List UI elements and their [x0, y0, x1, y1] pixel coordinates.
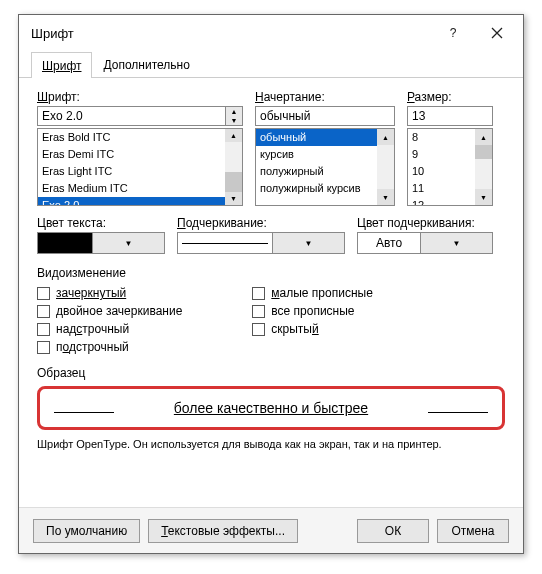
- scrollbar[interactable]: ▲▼: [377, 129, 394, 205]
- list-item[interactable]: 8: [408, 129, 475, 146]
- font-hint: Шрифт OpenType. Он используется для выво…: [37, 438, 505, 450]
- checkbox-allcaps[interactable]: все прописные: [252, 304, 373, 318]
- checkbox-subscript[interactable]: подстрочный: [37, 340, 182, 354]
- font-dialog: Шрифт ? Шрифт Дополнительно Шрифт: ▲▼ Er…: [18, 14, 524, 554]
- list-item[interactable]: Eras Medium ITC: [38, 180, 225, 197]
- tabs: Шрифт Дополнительно: [19, 51, 523, 78]
- list-item[interactable]: Exo 2.0: [38, 197, 225, 206]
- close-button[interactable]: [475, 18, 519, 48]
- close-icon: [491, 27, 503, 39]
- size-input[interactable]: [407, 106, 493, 126]
- cancel-button[interactable]: Отмена: [437, 519, 509, 543]
- list-item[interactable]: Eras Demi ITC: [38, 146, 225, 163]
- scrollbar[interactable]: ▲▼: [475, 129, 492, 205]
- underline-color-label: Цвет подчеркивания:: [357, 216, 493, 230]
- preview-label: Образец: [37, 366, 505, 380]
- text-effects-button[interactable]: Текстовые эффекты...: [148, 519, 298, 543]
- help-button[interactable]: ?: [431, 18, 475, 48]
- chevron-down-icon: ▼: [273, 232, 345, 254]
- font-listbox[interactable]: Eras Bold ITC Eras Demi ITC Eras Light I…: [37, 128, 243, 206]
- tab-advanced[interactable]: Дополнительно: [92, 51, 200, 77]
- checkbox-hidden[interactable]: скрытый: [252, 322, 373, 336]
- dialog-title: Шрифт: [31, 26, 431, 41]
- underline-label: Подчеркивание:: [177, 216, 345, 230]
- tab-font[interactable]: Шрифт: [31, 52, 92, 78]
- color-label: Цвет текста:: [37, 216, 165, 230]
- chevron-down-icon: ▼: [93, 232, 165, 254]
- font-stepper[interactable]: ▲▼: [226, 106, 243, 126]
- list-item[interactable]: полужирный: [256, 163, 377, 180]
- scrollbar[interactable]: ▲▼: [225, 129, 242, 205]
- style-label: Начертание:: [255, 90, 395, 104]
- list-item[interactable]: Eras Light ITC: [38, 163, 225, 180]
- list-item[interactable]: 11: [408, 180, 475, 197]
- preview-text: более качественно и быстрее: [174, 400, 368, 416]
- button-bar: По умолчанию Текстовые эффекты... ОК Отм…: [19, 507, 523, 553]
- preview-box: более качественно и быстрее: [37, 386, 505, 430]
- font-color-combo[interactable]: ▼: [37, 232, 165, 254]
- list-item[interactable]: курсив: [256, 146, 377, 163]
- list-item[interactable]: Eras Bold ITC: [38, 129, 225, 146]
- checkbox-double-strike[interactable]: двойное зачеркивание: [37, 304, 182, 318]
- ok-button[interactable]: ОК: [357, 519, 429, 543]
- checkbox-superscript[interactable]: надстрочный: [37, 322, 182, 336]
- list-item[interactable]: 10: [408, 163, 475, 180]
- content: Шрифт: ▲▼ Eras Bold ITC Eras Demi ITC Er…: [19, 78, 523, 460]
- style-listbox[interactable]: обычный курсив полужирный полужирный кур…: [255, 128, 395, 206]
- list-item[interactable]: полужирный курсив: [256, 180, 377, 197]
- style-input[interactable]: [255, 106, 395, 126]
- default-button[interactable]: По умолчанию: [33, 519, 140, 543]
- checkbox-strike[interactable]: зачеркнутый: [37, 286, 182, 300]
- checkbox-smallcaps[interactable]: малые прописные: [252, 286, 373, 300]
- titlebar: Шрифт ?: [19, 15, 523, 51]
- chevron-down-icon: ▼: [421, 232, 493, 254]
- list-item[interactable]: 12: [408, 197, 475, 206]
- list-item[interactable]: 9: [408, 146, 475, 163]
- size-label: Размер:: [407, 90, 493, 104]
- size-listbox[interactable]: 8 9 10 11 12 ▲▼: [407, 128, 493, 206]
- list-item[interactable]: обычный: [256, 129, 377, 146]
- effects-label: Видоизменение: [37, 266, 505, 280]
- underline-combo[interactable]: ▼: [177, 232, 345, 254]
- font-label: Шрифт:: [37, 90, 243, 104]
- font-input[interactable]: [37, 106, 226, 126]
- underline-color-combo[interactable]: Авто▼: [357, 232, 493, 254]
